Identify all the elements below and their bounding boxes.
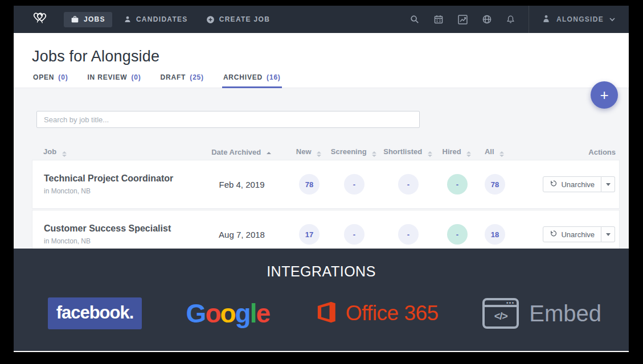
embed-window-icon: ••• </> [482,298,519,329]
tab-label: DRAFT [161,73,186,81]
hired-count-badge: - [447,174,468,195]
nav-item-jobs[interactable]: JOBS [64,12,112,27]
alongside-logo-icon [32,11,48,28]
column-header-screening[interactable]: Screening [326,147,381,157]
analytics-icon[interactable] [458,15,468,24]
column-header-label: Shortlisted [383,147,422,156]
nav-item-candidates[interactable]: CANDIDATES [117,12,195,27]
nav-item-label: CANDIDATES [136,15,188,23]
sort-icon [317,151,321,157]
chevron-down-icon [609,15,615,23]
column-header-all[interactable]: All [479,147,510,157]
tab-in-review[interactable]: IN REVIEW (0) [86,73,142,88]
caret-down-icon [606,183,611,186]
google-letter: G [186,299,206,328]
column-header-label: Hired [443,147,461,156]
sort-icon [466,151,471,157]
integrations-title: INTEGRATIONS [14,263,629,280]
person-icon [124,15,132,23]
job-title-link[interactable]: Technical Project Coordinator [44,173,192,184]
hired-count-badge: - [447,224,468,245]
google-letter: o [220,299,235,328]
screening-count-badge: - [344,224,364,245]
office365-logo[interactable]: Office 365 [314,299,439,328]
sort-asc-icon [267,152,271,154]
screening-count-badge: - [344,174,364,195]
top-navbar: JOBS CANDIDATES CREATE J [14,6,629,33]
column-header-hired[interactable]: Hired [435,147,479,157]
briefcase-icon [71,15,79,24]
new-count-badge: 78 [299,174,320,195]
sort-icon [428,151,432,157]
job-cell: Customer Success Specialist in Moncton, … [32,224,192,245]
account-menu[interactable]: ALONGSIDE [542,14,615,25]
sort-icon [62,151,67,157]
unarchive-label: Unarchive [561,180,595,189]
facebook-logo[interactable]: facebook. [48,297,142,329]
tab-count: (16) [267,73,281,81]
google-logo[interactable]: Google [186,298,269,329]
tab-draft[interactable]: DRAFT (25) [159,73,205,88]
caret-down-icon [606,233,611,236]
actions-cell: Unarchive [510,226,619,242]
calendar-icon[interactable] [434,15,443,24]
tab-label: IN REVIEW [87,73,127,81]
date-archived-value: Feb 4, 2019 [192,180,292,189]
column-header-date-archived[interactable]: Date Archived [191,148,291,156]
google-letter: o [205,299,220,328]
column-header-new[interactable]: New [291,147,326,157]
tab-count: (25) [190,73,204,81]
tab-count: (0) [58,73,68,81]
tab-label: OPEN [33,73,54,81]
column-header-job[interactable]: Job [32,147,191,157]
nav-item-label: JOBS [84,15,105,23]
integration-logos: facebook. Google Office 365 ••• </> Embe… [48,293,601,333]
shortlisted-count-badge: - [398,224,419,245]
job-title-link[interactable]: Customer Success Specialist [44,224,192,234]
job-row: Technical Project Coordinator in Moncton… [32,160,620,209]
date-archived-value: Aug 7, 2018 [192,230,292,239]
actions-cell: Unarchive [510,176,619,192]
navbar-divider [529,6,529,33]
code-glyph: </> [494,311,507,322]
integrations-panel: INTEGRATIONS facebook. Google Office 365… [14,249,629,351]
column-header-label: Job [43,147,56,156]
nav-item-create-job[interactable]: CREATE JOB [199,12,277,27]
nav-item-label: CREATE JOB [219,15,270,23]
plus-circle-icon [206,15,215,24]
column-header-label: Date Archived [211,148,261,156]
unarchive-label: Unarchive [561,230,595,239]
tab-archived[interactable]: ARCHIVED (16) [222,73,282,88]
job-cell: Technical Project Coordinator in Moncton… [32,173,192,195]
column-header-label: New [296,147,312,156]
add-job-button[interactable]: + [591,81,618,109]
unarchive-dropdown-button[interactable] [601,176,615,192]
table-header-row: Job Date Archived New Screening Shortlis… [32,144,620,160]
history-icon [550,180,557,189]
office365-icon [314,299,339,328]
unarchive-button[interactable]: Unarchive [543,176,601,192]
sort-icon [372,151,376,157]
column-header-shortlisted[interactable]: Shortlisted [381,147,435,157]
globe-icon[interactable] [482,15,492,24]
facebook-wordmark: facebook. [56,303,134,323]
history-icon [550,230,557,239]
column-header-label: Screening [331,147,367,156]
search-icon[interactable] [410,15,419,24]
page-header: Jobs for Alongside OPEN (0) IN REVIEW (0… [14,33,629,88]
unarchive-button[interactable]: Unarchive [543,226,601,242]
google-letter: e [256,299,269,328]
main-nav: JOBS CANDIDATES CREATE J [64,12,277,27]
google-letter: l [250,299,256,328]
search-input[interactable] [36,111,420,128]
column-header-label: All [485,147,494,156]
account-icon [542,14,551,25]
bell-icon[interactable] [506,15,515,24]
column-header-label: Actions [588,148,616,156]
all-count-badge: 18 [485,224,505,245]
tab-open[interactable]: OPEN (0) [32,73,69,88]
tab-count: (0) [131,73,141,81]
office365-wordmark: Office 365 [346,301,439,325]
unarchive-dropdown-button[interactable] [601,226,615,242]
embed-logo[interactable]: ••• </> Embed [482,298,601,329]
